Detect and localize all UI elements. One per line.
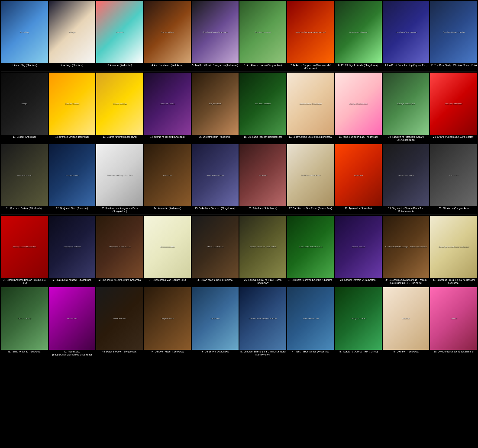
row-divider [1,214,477,215]
manga-cover-label-4: Ane Naru Mono [161,31,175,34]
manga-item-43: Daten Sakusen43. Daten Sakusen (Shogakuk… [96,287,143,357]
manga-cover-42[interactable]: Tasuu Ketsu [49,287,96,350]
manga-item-1: Ao no Flag1. Ao no Flag (Shueisha) [1,1,48,70]
manga-cover-label-42: Tasuu Ketsu [66,317,77,320]
manga-title-16: 16. Ore-sama Teacher (Hakusensha) [239,135,286,139]
manga-cover-label-18: Kanojo, Okarishimasu [349,102,368,105]
manga-title-38: 38. Species Domain (Akita Shoten) [335,278,382,282]
manga-cover-40[interactable]: Senpai ga Urusai Kouhai no Hanashi [430,216,477,278]
manga-item-47: Tsuki ni Hoeran nee47. Tsuki ni Hoeran n… [287,287,334,357]
manga-cover-31[interactable]: Jibaku Shounen Hanako-kun [1,216,48,278]
manga-cover-33[interactable]: Shouraiteki ni Shinde kure [96,216,143,278]
manga-cover-label-25: Saike Mata Shite mo [206,174,224,177]
manga-cover-11[interactable]: Usogui [1,73,48,135]
manga-title-41: 41. Taihou to Stamp (Kadokawa) [1,350,48,354]
manga-cover-36[interactable]: Shinmai Shimai no Futari Gohan [239,216,286,278]
manga-cover-6[interactable]: Aru Ahou no Isshou [239,1,286,63]
manga-cover-label-17: Nekomusume Shoukougun [299,102,322,105]
manga-title-22: 22. Gunjou ni Siren (Shueisha) [49,206,96,210]
manga-title-15: 15. Otoyomegatari (Kadokawa) [192,135,239,139]
manga-cover-8[interactable]: 1518! Ichigo Ichihachi [335,1,382,63]
manga-cover-37[interactable]: Suginami Toubatsu Koumuin [287,216,334,278]
manga-cover-28[interactable]: Jigokuraku [335,144,382,207]
manga-item-33: Shouraiteki ni Shinde kure33. Shouraitek… [96,216,143,285]
manga-cover-14[interactable]: Otome no Teikoku [144,73,191,135]
manga-cover-3[interactable]: Animeta! [96,1,143,63]
manga-cover-47[interactable]: Tsuki ni Hoeran nee [287,287,334,350]
manga-cover-38[interactable]: Species Domain [335,216,382,278]
manga-title-11: 11. Usogui (Shueisha) [1,135,48,139]
manga-cover-label-32: Shakunetsu Kabaddi [63,245,81,248]
manga-item-48: Tsurugi no Oukoku48. Tsurugi no Oukoku (… [335,287,382,357]
manga-title-3: 3. Animeta! (Kodansha) [96,63,143,67]
manga-cover-41[interactable]: Taihou to Stamp [1,287,48,350]
manga-cover-13[interactable]: Osama rankingu [96,73,143,135]
manga-item-35: Shiwo-chan to Boku35. Shiwo-chan to Boku… [192,216,239,285]
manga-cover-32[interactable]: Shakunetsu Kabaddi [49,216,96,278]
manga-cover-label-43: Daten Sakusen [113,317,127,320]
manga-title-43: 43. Daten Sakusen (Shogakukan) [96,350,143,354]
manga-cover-26[interactable]: Satsukare [239,144,286,207]
manga-cover-29[interactable]: Shijuushichi Taisen [383,144,429,207]
manga-cover-label-39: Serebesuto Oda Nobunaga ~ zeitaku mokush… [385,245,427,248]
manga-cover-27[interactable]: Sachi-iro no One Room [287,144,334,207]
manga-cover-16[interactable]: Ore-sama Teacher [239,73,286,135]
manga-cover-7[interactable]: Isekai no Shuyaku wa Wareware da! [287,1,334,63]
manga-item-14: Otome no Teikoku14. Otome no Teikoku (Sh… [144,73,191,142]
manga-item-12: Uramichi Oniisan12. Uramichi Oniisan (Ic… [49,73,96,142]
manga-cover-10[interactable]: The Case Study of Vanitas [430,1,477,63]
manga-cover-label-16: Ore-sama Teacher [255,102,271,105]
manga-cover-49[interactable]: Deaimon [383,287,429,350]
manga-cover-9[interactable]: Im - Great Priest Imhotep [383,1,429,63]
manga-cover-35[interactable]: Shiwo-chan to Boku [192,216,239,278]
manga-cover-34[interactable]: Shoboshobo Man [144,216,191,278]
manga-cover-label-23: Komi-san wa Komyushou Desu [106,174,133,177]
manga-cover-50[interactable]: Devilchi [430,287,477,350]
manga-cover-46[interactable]: Chiruran: Shinsengumi Chinkonka [239,287,286,350]
manga-item-20: Crew de Gozaimasu!20. Crew de Gozaimasu!… [430,73,477,142]
manga-item-37: Suginami Toubatsu Koumuin37. Suginami To… [287,216,334,285]
manga-cover-45[interactable]: Danshinchi [192,287,239,350]
manga-item-5: Ano Ko ni Kiss to Shirayuri wo5. Ano Ko … [192,1,239,70]
manga-cover-48[interactable]: Tsurugi no Oukoku [335,287,382,350]
manga-item-46: Chiruran: Shinsengumi Chinkonka46. Chiru… [239,287,286,357]
manga-cover-1[interactable]: Ao no Flag [1,1,48,63]
manga-title-7: 7. Isekai no Shuyaku wa Wareware da!(Kad… [287,63,334,70]
manga-cover-4[interactable]: Ane Naru Mono [144,1,191,63]
manga-item-10: The Case Study of Vanitas10. The Case St… [430,1,477,70]
manga-item-21: Gunka no Baltzar21. Gunka no Baltzar (Sh… [1,144,48,214]
manga-cover-15[interactable]: Otoyomegatari [192,73,239,135]
manga-cover-21[interactable]: Gunka no Baltzar [1,144,48,207]
manga-title-44: 44. Dungeon Meshi (Kadokawa) [144,350,191,354]
manga-cover-43[interactable]: Daten Sakusen [96,287,143,350]
manga-cover-label-12: Uramichi Oniisan [64,102,80,105]
manga-cover-39[interactable]: Serebesuto Oda Nobunaga ~ zeitaku mokush… [383,216,429,278]
manga-title-10: 10. The Case Study of Vanitas (Square En… [430,63,477,67]
manga-cover-19[interactable]: Kusuriya no Hitorigoto [383,73,429,135]
manga-cover-label-2: Act Age [69,31,76,34]
manga-cover-2[interactable]: Act Age [49,1,96,63]
manga-cover-label-3: Animeta! [116,31,124,34]
manga-cover-label-45: Danshinchi [210,317,220,320]
manga-cover-label-6: Aru Ahou no Isshou [254,31,271,34]
manga-cover-23[interactable]: Komi-san wa Komyushou Desu [96,144,143,207]
manga-cover-20[interactable]: Crew de Gozaimasu! [430,73,477,135]
manga-cover-17[interactable]: Nekomusume Shoukougun [287,73,334,135]
manga-cover-25[interactable]: Saike Mata Shite mo [192,144,239,207]
manga-item-16: Ore-sama Teacher16. Ore-sama Teacher (Ha… [239,73,286,142]
manga-cover-24[interactable]: Koroshi Ai [144,144,191,207]
manga-grid: Ao no Flag1. Ao no Flag (Shueisha)Act Ag… [0,0,478,358]
manga-cover-22[interactable]: Gunjou ni Siren [49,144,96,207]
manga-cover-label-24: Koroshi Ai [163,174,172,177]
manga-cover-label-38: Species Domain [351,245,365,248]
manga-item-40: Senpai ga Urusai Kouhai no Hanashi40. Se… [430,216,477,285]
manga-cover-44[interactable]: Dungeon Meshi [144,287,191,350]
manga-item-31: Jibaku Shounen Hanako-kun31. Jibaku Shou… [1,216,48,285]
manga-cover-5[interactable]: Ano Ko ni Kiss to Shirayuri wo [192,1,239,63]
manga-cover-12[interactable]: Uramichi Oniisan [49,73,96,135]
manga-cover-30[interactable]: Shinobi no [430,144,477,207]
manga-cover-label-5: Ano Ko ni Kiss to Shirayuri wo [202,31,228,34]
manga-cover-label-34: Shoboshobo Man [160,245,175,248]
manga-item-15: Otoyomegatari15. Otoyomegatari (Kadokawa… [192,73,239,142]
manga-cover-18[interactable]: Kanojo, Okarishimasu [335,73,382,135]
